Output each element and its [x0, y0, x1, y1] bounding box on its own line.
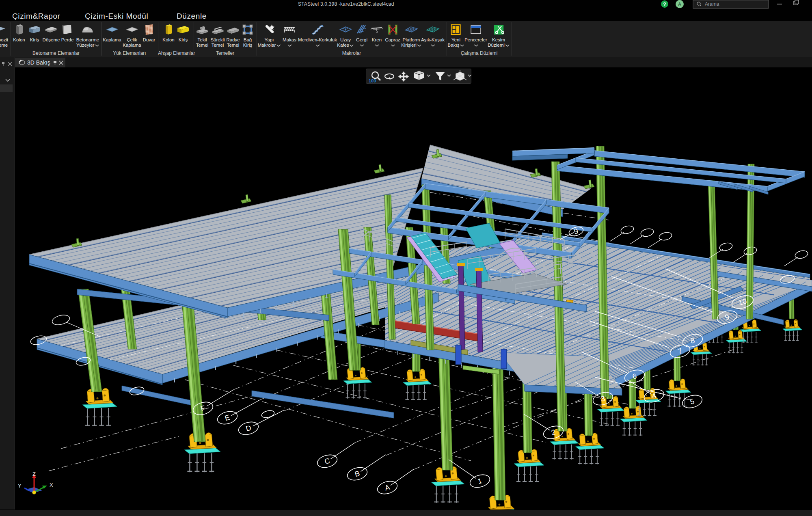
svg-text:Arama: Arama: [705, 1, 719, 7]
svg-text:Y: Y: [18, 483, 22, 489]
svg-text:A: A: [678, 2, 681, 6]
svg-text:100: 100: [369, 78, 376, 83]
svg-text:Z: Z: [32, 471, 36, 477]
svg-text:?: ?: [663, 1, 666, 7]
svg-text:X: X: [50, 482, 53, 488]
